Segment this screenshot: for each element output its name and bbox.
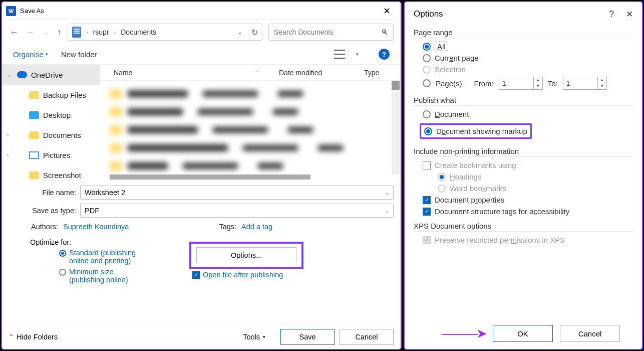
annotation-arrow-icon: ———➤ (442, 326, 486, 341)
filename-input[interactable]: Worksheet 2⌄ (80, 186, 394, 200)
recent-dropdown-icon[interactable]: ⌄ (41, 29, 51, 36)
sidebar-item-label: Desktop (43, 111, 71, 119)
optimize-standard-radio[interactable]: Standard (publishingonline and printing) (59, 249, 189, 265)
chevron-right-icon[interactable]: › (7, 132, 13, 138)
checkbox-icon (423, 161, 431, 169)
authors-link[interactable]: Supreeth Koundinya (63, 223, 129, 231)
optimize-label: Optimize for: (30, 238, 71, 246)
checkbox-icon: ✓ (423, 208, 431, 216)
checkbox-icon: ✓ (192, 271, 200, 279)
save-button[interactable]: Save (280, 329, 335, 345)
back-icon[interactable]: ← (9, 27, 19, 38)
from-spinner[interactable]: 1▲▼ (499, 77, 543, 90)
options-button[interactable]: Options... (196, 247, 296, 263)
bookmarks-checkbox: Create bookmarks using: (423, 161, 633, 169)
new-folder-button[interactable]: New folder (61, 50, 97, 59)
range-pages-radio[interactable] (423, 79, 431, 87)
hide-folders-toggle[interactable]: ⌃Hide Folders (9, 333, 58, 341)
view-dropdown-icon[interactable]: ▾ (356, 52, 359, 57)
chevron-down-icon[interactable]: ⌄ (7, 72, 13, 78)
options-button-highlight: Options... (189, 242, 303, 269)
folder-icon (29, 91, 39, 99)
path-seg-1[interactable]: rsupr (93, 28, 109, 36)
search-box[interactable]: 🔍︎ (268, 24, 394, 41)
up-icon[interactable]: ↑ (57, 27, 62, 38)
radio-icon (438, 185, 446, 193)
sidebar-item-pictures[interactable]: ›Pictures (2, 145, 100, 165)
nonprint-heading: Include non-printing information (414, 147, 633, 157)
desktop-icon (29, 111, 39, 119)
search-input[interactable] (274, 28, 381, 36)
pages-label: Page(s) (436, 79, 462, 88)
ok-button[interactable]: OK (493, 325, 553, 342)
help-icon[interactable]: ? (379, 49, 390, 60)
range-current-radio[interactable]: Current page (423, 54, 633, 62)
vertical-scrollbar[interactable] (392, 81, 400, 174)
path-seg-2[interactable]: Documents (121, 28, 156, 36)
structure-tags-checkbox[interactable]: ✓Document structure tags for accessibili… (423, 207, 633, 216)
chevron-down-icon[interactable]: ⌄ (385, 190, 389, 196)
options-button-bar: ———➤ OK Cancel (405, 318, 642, 349)
refresh-icon[interactable]: ↻ (251, 28, 258, 37)
publish-heading: Publish what (414, 96, 633, 106)
type-dropdown[interactable]: PDF⌄ (80, 204, 394, 218)
sort-icon[interactable]: ⌃ (255, 70, 259, 75)
radio-icon (424, 127, 432, 135)
publish-markup-highlight: Document showing markup (420, 123, 532, 139)
search-icon[interactable]: 🔍︎ (381, 28, 388, 36)
radio-icon (423, 43, 431, 51)
range-all-radio[interactable]: All (423, 42, 633, 51)
save-form: File name: Worksheet 2⌄ Save as type: PD… (2, 180, 401, 291)
file-browser: ⌄OneDrive Backup Files Desktop ›Document… (2, 64, 401, 180)
publish-markup-radio[interactable]: Document showing markup (436, 127, 527, 135)
chevron-right-icon[interactable]: › (114, 29, 116, 35)
header-date[interactable]: Date modified (279, 69, 364, 77)
sidebar-item-label: Pictures (43, 151, 70, 159)
view-options-icon[interactable] (334, 50, 345, 59)
help-icon[interactable]: ? (609, 9, 614, 20)
optimize-minimum-radio[interactable]: Minimum size(publishing online) (59, 268, 189, 284)
doc-props-checkbox[interactable]: ✓Document properties (423, 196, 633, 204)
options-title: Options (414, 9, 443, 19)
chevron-right-icon[interactable]: › (86, 29, 88, 35)
radio-icon (423, 54, 431, 62)
sidebar-item-documents[interactable]: ›Documents (2, 125, 100, 145)
bookmarks-word-radio: Word bookmarks (438, 184, 633, 193)
open-after-checkbox[interactable]: ✓ Open file after publishing (192, 271, 394, 279)
path-dropdown-icon[interactable]: ⌄ (237, 29, 242, 36)
tags-link[interactable]: Add a tag (241, 223, 272, 231)
sidebar-item-onedrive[interactable]: ⌄OneDrive (2, 65, 100, 85)
to-label: To: (548, 79, 558, 88)
tags-label: Tags: (219, 223, 236, 231)
tools-menu[interactable]: Tools▾ (243, 333, 265, 341)
radio-icon (59, 250, 66, 257)
sidebar-item-label: Backup Files (43, 91, 86, 99)
sidebar-item-desktop[interactable]: Desktop (2, 105, 100, 125)
type-label: Save as type: (9, 207, 80, 215)
sidebar-item-backup[interactable]: Backup Files (2, 85, 100, 105)
file-list: Name ⌃ Date modified Type (100, 65, 401, 180)
dialog-title: Save As (20, 7, 44, 15)
to-spinner[interactable]: 1▲▼ (563, 77, 607, 90)
options-cancel-button[interactable]: Cancel (560, 325, 620, 342)
chevron-right-icon[interactable]: › (7, 152, 13, 158)
toolbar: Organise▾ New folder ▾ ? (2, 44, 401, 64)
chevron-down-icon[interactable]: ⌄ (385, 208, 389, 214)
cloud-icon (17, 71, 27, 78)
radio-icon (423, 66, 431, 74)
sidebar-item-label: Documents (43, 131, 81, 139)
address-bar[interactable]: › rsupr › Documents ⌄ ↻ (68, 24, 262, 41)
close-icon[interactable]: ✕ (626, 9, 633, 20)
publish-document-radio[interactable]: Document (423, 110, 633, 118)
cancel-button[interactable]: Cancel (340, 329, 394, 345)
file-rows-blurred (100, 81, 401, 179)
folder-icon (29, 171, 39, 179)
save-as-dialog: W Save As ✕ ← → ⌄ ↑ › rsupr › Documents … (1, 1, 402, 350)
organise-menu[interactable]: Organise▾ (13, 50, 48, 59)
from-label: From: (474, 79, 494, 88)
header-name[interactable]: Name (100, 69, 255, 77)
forward-icon[interactable]: → (25, 27, 35, 38)
header-type[interactable]: Type (364, 69, 401, 77)
horizontal-scrollbar[interactable] (110, 174, 310, 180)
close-icon[interactable]: ✕ (377, 6, 397, 17)
